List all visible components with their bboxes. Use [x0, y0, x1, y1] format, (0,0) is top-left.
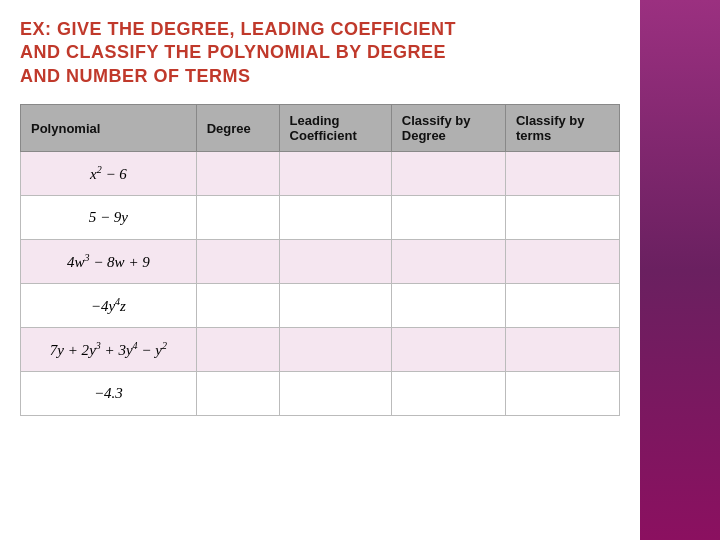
table-row: −4.3 — [21, 372, 620, 416]
degree-cell — [196, 152, 279, 196]
polynomial-cell: x2 − 6 — [21, 152, 197, 196]
leading-cell — [279, 328, 391, 372]
leading-cell — [279, 372, 391, 416]
classify-terms-cell — [505, 328, 619, 372]
classify-degree-cell — [391, 152, 505, 196]
classify-terms-cell — [505, 284, 619, 328]
table-row: −4y4z — [21, 284, 620, 328]
col-polynomial: Polynomial — [21, 105, 197, 152]
polynomial-cell: −4.3 — [21, 372, 197, 416]
classify-terms-cell — [505, 240, 619, 284]
degree-cell — [196, 240, 279, 284]
polynomial-table: Polynomial Degree LeadingCoefficient Cla… — [20, 104, 620, 416]
right-sidebar — [640, 0, 720, 540]
polynomial-cell: 4w3 − 8w + 9 — [21, 240, 197, 284]
degree-cell — [196, 372, 279, 416]
classify-degree-cell — [391, 372, 505, 416]
col-classify-terms: Classify byterms — [505, 105, 619, 152]
table-row: 5 − 9y — [21, 196, 620, 240]
degree-cell — [196, 328, 279, 372]
degree-cell — [196, 196, 279, 240]
leading-cell — [279, 196, 391, 240]
col-degree: Degree — [196, 105, 279, 152]
polynomial-cell: −4y4z — [21, 284, 197, 328]
leading-cell — [279, 152, 391, 196]
polynomial-cell: 7y + 2y3 + 3y4 − y2 — [21, 328, 197, 372]
classify-terms-cell — [505, 372, 619, 416]
classify-degree-cell — [391, 284, 505, 328]
classify-terms-cell — [505, 196, 619, 240]
degree-cell — [196, 284, 279, 328]
polynomial-cell: 5 − 9y — [21, 196, 197, 240]
classify-degree-cell — [391, 240, 505, 284]
classify-degree-cell — [391, 328, 505, 372]
table-row: 4w3 − 8w + 9 — [21, 240, 620, 284]
page-title: EX: GIVE THE DEGREE, LEADING COEFFICIENT… — [20, 18, 620, 88]
leading-cell — [279, 240, 391, 284]
table-header-row: Polynomial Degree LeadingCoefficient Cla… — [21, 105, 620, 152]
table-row: x2 − 6 — [21, 152, 620, 196]
table-row: 7y + 2y3 + 3y4 − y2 — [21, 328, 620, 372]
col-classify-degree: Classify byDegree — [391, 105, 505, 152]
col-leading-coefficient: LeadingCoefficient — [279, 105, 391, 152]
classify-terms-cell — [505, 152, 619, 196]
leading-cell — [279, 284, 391, 328]
classify-degree-cell — [391, 196, 505, 240]
main-content: EX: GIVE THE DEGREE, LEADING COEFFICIENT… — [0, 0, 640, 540]
